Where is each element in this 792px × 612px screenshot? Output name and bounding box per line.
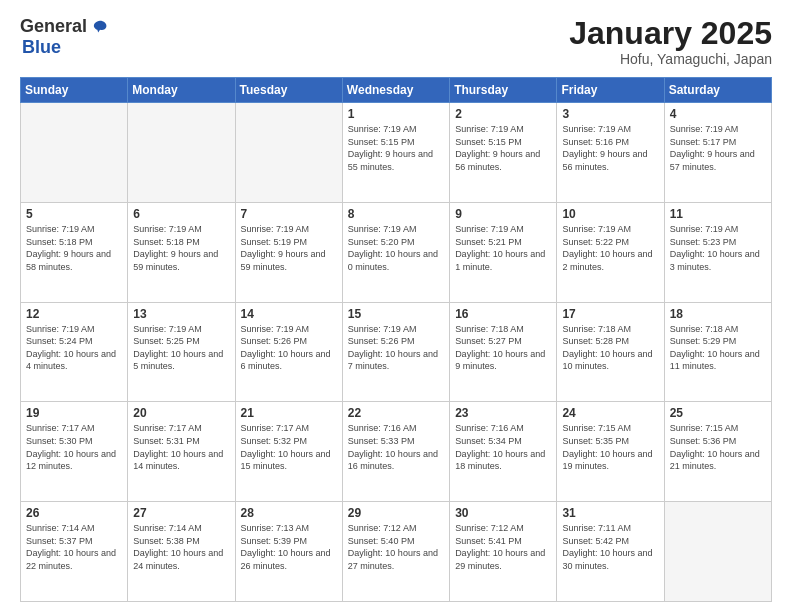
- day-number: 29: [348, 506, 444, 520]
- day-info: Sunrise: 7:19 AM Sunset: 5:20 PM Dayligh…: [348, 223, 444, 273]
- calendar-week-row: 1Sunrise: 7:19 AM Sunset: 5:15 PM Daylig…: [21, 103, 772, 203]
- day-info: Sunrise: 7:14 AM Sunset: 5:38 PM Dayligh…: [133, 522, 229, 572]
- calendar-week-row: 19Sunrise: 7:17 AM Sunset: 5:30 PM Dayli…: [21, 402, 772, 502]
- col-header-thursday: Thursday: [450, 78, 557, 103]
- day-number: 20: [133, 406, 229, 420]
- calendar-cell: 19Sunrise: 7:17 AM Sunset: 5:30 PM Dayli…: [21, 402, 128, 502]
- day-info: Sunrise: 7:19 AM Sunset: 5:26 PM Dayligh…: [241, 323, 337, 373]
- day-info: Sunrise: 7:11 AM Sunset: 5:42 PM Dayligh…: [562, 522, 658, 572]
- day-number: 28: [241, 506, 337, 520]
- day-info: Sunrise: 7:17 AM Sunset: 5:32 PM Dayligh…: [241, 422, 337, 472]
- calendar-cell: 13Sunrise: 7:19 AM Sunset: 5:25 PM Dayli…: [128, 302, 235, 402]
- calendar-cell: 30Sunrise: 7:12 AM Sunset: 5:41 PM Dayli…: [450, 502, 557, 602]
- calendar-week-row: 5Sunrise: 7:19 AM Sunset: 5:18 PM Daylig…: [21, 202, 772, 302]
- calendar-cell: 16Sunrise: 7:18 AM Sunset: 5:27 PM Dayli…: [450, 302, 557, 402]
- day-info: Sunrise: 7:12 AM Sunset: 5:41 PM Dayligh…: [455, 522, 551, 572]
- day-number: 27: [133, 506, 229, 520]
- day-number: 1: [348, 107, 444, 121]
- calendar-cell: [21, 103, 128, 203]
- day-number: 31: [562, 506, 658, 520]
- calendar-cell: [235, 103, 342, 203]
- month-title: January 2025: [569, 16, 772, 51]
- day-number: 18: [670, 307, 766, 321]
- col-header-monday: Monday: [128, 78, 235, 103]
- title-area: January 2025 Hofu, Yamaguchi, Japan: [569, 16, 772, 67]
- calendar-cell: 23Sunrise: 7:16 AM Sunset: 5:34 PM Dayli…: [450, 402, 557, 502]
- logo-general-text: General: [20, 16, 87, 37]
- day-number: 5: [26, 207, 122, 221]
- day-number: 26: [26, 506, 122, 520]
- day-info: Sunrise: 7:19 AM Sunset: 5:25 PM Dayligh…: [133, 323, 229, 373]
- day-number: 25: [670, 406, 766, 420]
- calendar-cell: 10Sunrise: 7:19 AM Sunset: 5:22 PM Dayli…: [557, 202, 664, 302]
- col-header-wednesday: Wednesday: [342, 78, 449, 103]
- calendar-cell: 31Sunrise: 7:11 AM Sunset: 5:42 PM Dayli…: [557, 502, 664, 602]
- day-info: Sunrise: 7:13 AM Sunset: 5:39 PM Dayligh…: [241, 522, 337, 572]
- day-info: Sunrise: 7:19 AM Sunset: 5:23 PM Dayligh…: [670, 223, 766, 273]
- day-number: 2: [455, 107, 551, 121]
- calendar-cell: 11Sunrise: 7:19 AM Sunset: 5:23 PM Dayli…: [664, 202, 771, 302]
- col-header-saturday: Saturday: [664, 78, 771, 103]
- day-number: 8: [348, 207, 444, 221]
- day-info: Sunrise: 7:19 AM Sunset: 5:22 PM Dayligh…: [562, 223, 658, 273]
- calendar-cell: 7Sunrise: 7:19 AM Sunset: 5:19 PM Daylig…: [235, 202, 342, 302]
- day-info: Sunrise: 7:18 AM Sunset: 5:28 PM Dayligh…: [562, 323, 658, 373]
- location-subtitle: Hofu, Yamaguchi, Japan: [569, 51, 772, 67]
- header: General Blue January 2025 Hofu, Yamaguch…: [20, 16, 772, 67]
- calendar-cell: 29Sunrise: 7:12 AM Sunset: 5:40 PM Dayli…: [342, 502, 449, 602]
- day-info: Sunrise: 7:19 AM Sunset: 5:26 PM Dayligh…: [348, 323, 444, 373]
- day-info: Sunrise: 7:18 AM Sunset: 5:27 PM Dayligh…: [455, 323, 551, 373]
- calendar-cell: 18Sunrise: 7:18 AM Sunset: 5:29 PM Dayli…: [664, 302, 771, 402]
- calendar-cell: 8Sunrise: 7:19 AM Sunset: 5:20 PM Daylig…: [342, 202, 449, 302]
- day-info: Sunrise: 7:19 AM Sunset: 5:18 PM Dayligh…: [26, 223, 122, 273]
- calendar-week-row: 12Sunrise: 7:19 AM Sunset: 5:24 PM Dayli…: [21, 302, 772, 402]
- calendar-cell: 17Sunrise: 7:18 AM Sunset: 5:28 PM Dayli…: [557, 302, 664, 402]
- logo-blue-text: Blue: [22, 37, 61, 58]
- day-info: Sunrise: 7:16 AM Sunset: 5:33 PM Dayligh…: [348, 422, 444, 472]
- calendar-cell: [128, 103, 235, 203]
- day-info: Sunrise: 7:18 AM Sunset: 5:29 PM Dayligh…: [670, 323, 766, 373]
- page: General Blue January 2025 Hofu, Yamaguch…: [0, 0, 792, 612]
- calendar-cell: 3Sunrise: 7:19 AM Sunset: 5:16 PM Daylig…: [557, 103, 664, 203]
- day-info: Sunrise: 7:19 AM Sunset: 5:24 PM Dayligh…: [26, 323, 122, 373]
- calendar-cell: 12Sunrise: 7:19 AM Sunset: 5:24 PM Dayli…: [21, 302, 128, 402]
- day-number: 16: [455, 307, 551, 321]
- day-number: 23: [455, 406, 551, 420]
- calendar-header-row: SundayMondayTuesdayWednesdayThursdayFrid…: [21, 78, 772, 103]
- calendar-cell: 9Sunrise: 7:19 AM Sunset: 5:21 PM Daylig…: [450, 202, 557, 302]
- logo-text: General: [20, 16, 109, 37]
- day-info: Sunrise: 7:15 AM Sunset: 5:36 PM Dayligh…: [670, 422, 766, 472]
- calendar-cell: 24Sunrise: 7:15 AM Sunset: 5:35 PM Dayli…: [557, 402, 664, 502]
- day-info: Sunrise: 7:19 AM Sunset: 5:19 PM Dayligh…: [241, 223, 337, 273]
- day-info: Sunrise: 7:19 AM Sunset: 5:16 PM Dayligh…: [562, 123, 658, 173]
- calendar-table: SundayMondayTuesdayWednesdayThursdayFrid…: [20, 77, 772, 602]
- day-info: Sunrise: 7:17 AM Sunset: 5:30 PM Dayligh…: [26, 422, 122, 472]
- calendar-cell: 1Sunrise: 7:19 AM Sunset: 5:15 PM Daylig…: [342, 103, 449, 203]
- day-number: 19: [26, 406, 122, 420]
- calendar-cell: 28Sunrise: 7:13 AM Sunset: 5:39 PM Dayli…: [235, 502, 342, 602]
- day-info: Sunrise: 7:19 AM Sunset: 5:17 PM Dayligh…: [670, 123, 766, 173]
- logo: General Blue: [20, 16, 109, 58]
- calendar-cell: 22Sunrise: 7:16 AM Sunset: 5:33 PM Dayli…: [342, 402, 449, 502]
- col-header-tuesday: Tuesday: [235, 78, 342, 103]
- calendar-cell: 26Sunrise: 7:14 AM Sunset: 5:37 PM Dayli…: [21, 502, 128, 602]
- day-number: 22: [348, 406, 444, 420]
- day-number: 17: [562, 307, 658, 321]
- calendar-cell: 20Sunrise: 7:17 AM Sunset: 5:31 PM Dayli…: [128, 402, 235, 502]
- calendar-cell: [664, 502, 771, 602]
- day-number: 15: [348, 307, 444, 321]
- calendar-cell: 27Sunrise: 7:14 AM Sunset: 5:38 PM Dayli…: [128, 502, 235, 602]
- logo-bird-icon: [91, 18, 109, 36]
- day-info: Sunrise: 7:19 AM Sunset: 5:18 PM Dayligh…: [133, 223, 229, 273]
- day-number: 14: [241, 307, 337, 321]
- calendar-week-row: 26Sunrise: 7:14 AM Sunset: 5:37 PM Dayli…: [21, 502, 772, 602]
- day-number: 21: [241, 406, 337, 420]
- day-info: Sunrise: 7:19 AM Sunset: 5:15 PM Dayligh…: [455, 123, 551, 173]
- day-info: Sunrise: 7:16 AM Sunset: 5:34 PM Dayligh…: [455, 422, 551, 472]
- day-number: 11: [670, 207, 766, 221]
- calendar-cell: 4Sunrise: 7:19 AM Sunset: 5:17 PM Daylig…: [664, 103, 771, 203]
- day-number: 4: [670, 107, 766, 121]
- day-info: Sunrise: 7:15 AM Sunset: 5:35 PM Dayligh…: [562, 422, 658, 472]
- calendar-cell: 25Sunrise: 7:15 AM Sunset: 5:36 PM Dayli…: [664, 402, 771, 502]
- calendar-cell: 15Sunrise: 7:19 AM Sunset: 5:26 PM Dayli…: [342, 302, 449, 402]
